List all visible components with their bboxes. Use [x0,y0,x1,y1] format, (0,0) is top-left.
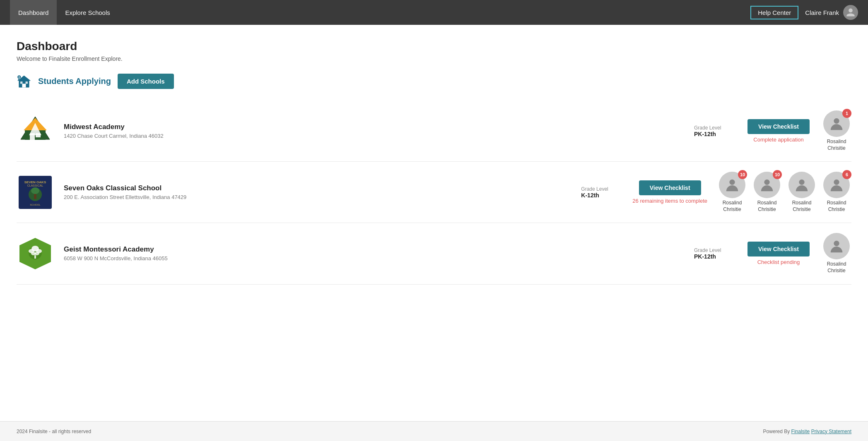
svg-point-23 [729,180,735,185]
svg-rect-21 [34,194,36,199]
school-address: 200 E. Association Street Ellettsville, … [64,194,571,200]
svg-point-20 [31,187,39,194]
page-subtitle: Welcome to Finalsite Enrollment Explore. [17,55,851,62]
school-name: Geist Montessori Academy [64,245,684,254]
nav-explore-schools[interactable]: Explore Schools [57,0,118,25]
school-address: 1420 Chase Court Carmel, Indiana 46032 [64,133,684,139]
student-name: Rosalind Chrisitie [752,200,782,213]
school-address: 6058 W 900 N McCordsville, Indiana 46055 [64,255,684,261]
grade-value: PK-12th [694,253,735,260]
help-center-button[interactable]: Help Center [750,6,798,19]
user-menu[interactable]: Claire Frank [805,5,858,20]
student-name: Rosalind Chrisitie [822,261,851,274]
view-checklist-button[interactable]: View Checklist [639,180,701,195]
student-badge: 1 [842,109,851,118]
school-row: SEVEN OAKS CLASSICAL SCHOOL Seven Oaks C… [17,162,851,223]
grade-label: Grade Level [694,125,735,131]
school-row: Geist Montessori Academy 6058 W 900 N Mc… [17,223,851,284]
section-header: 0 Students Applying Add Schools [17,74,851,89]
privacy-link[interactable]: Privacy Statement [811,429,851,434]
student-avatar [823,233,850,259]
svg-rect-2 [22,84,26,87]
student-avatar: 6 [823,172,850,198]
svg-point-35 [834,241,839,246]
school-logo [17,235,54,272]
school-logo [17,113,54,150]
student-badge: 10 [773,170,782,179]
svg-point-25 [799,180,804,185]
student-name: Rosalind Chrisitie [822,139,851,151]
student-name: Rosalind Chrisitie [787,200,817,213]
grade-value: K-12th [581,192,622,199]
svg-text:SEVEN OAKS: SEVEN OAKS [24,180,46,184]
student-avatar: 10 [754,172,780,198]
checklist-col: View Checklist Checklist pending [745,242,812,265]
students-col: 10 Rosalind Chrisitie 10 Rosalind Chrisi… [717,172,851,213]
view-checklist-button[interactable]: View Checklist [747,242,810,256]
footer-copyright: 2024 Finalsite - all rights reserved [17,429,91,434]
section-icon-group: 0 [17,74,31,89]
svg-point-24 [764,180,769,185]
grade-info: Grade Level K-12th [581,186,622,199]
checklist-status: Complete application [753,137,803,143]
checklist-status: 26 remaining items to complete [632,198,707,204]
student-name: Rosalind Chrisitie [717,200,747,213]
school-list: Midwest Academy 1420 Chase Court Carmel,… [17,101,851,285]
svg-text:CLASSICAL: CLASSICAL [27,184,43,187]
footer: 2024 Finalsite - all rights reserved Pow… [0,421,868,441]
section-title: Students Applying [38,77,111,86]
student-avatar-wrap: 6 Rosalind Christie [822,172,851,213]
student-avatar-wrap: 1 Rosalind Chrisitie [822,110,851,151]
school-name: Seven Oaks Classical School [64,184,571,192]
svg-point-15 [834,118,839,124]
nav-dashboard[interactable]: Dashboard [10,0,57,25]
school-info: Geist Montessori Academy 6058 W 900 N Mc… [64,245,684,261]
svg-rect-3 [20,81,22,84]
view-checklist-button[interactable]: View Checklist [747,119,810,134]
svg-rect-4 [26,81,28,84]
student-avatar-wrap: 10 Rosalind Chrisitie [717,172,747,213]
grade-value: PK-12th [694,131,735,137]
checklist-col: View Checklist 26 remaining items to com… [632,180,707,204]
students-col: Rosalind Chrisitie [822,233,851,274]
checklist-status: Checklist pending [757,259,800,265]
grade-label: Grade Level [694,247,735,253]
svg-rect-34 [34,255,36,259]
svg-text:0: 0 [19,75,20,78]
school-row: Midwest Academy 1420 Chase Court Carmel,… [17,101,851,162]
student-avatar-wrap: Rosalind Chrisitie [822,233,851,274]
school-icon: 0 [17,74,31,89]
student-badge: 10 [738,170,747,179]
student-avatar: 1 [823,110,850,137]
add-schools-button[interactable]: Add Schools [118,74,174,89]
grade-label: Grade Level [581,186,622,192]
finalsite-link[interactable]: Finalsite [791,429,810,434]
grade-info: Grade Level PK-12th [694,247,735,260]
grade-info: Grade Level PK-12th [694,125,735,137]
main-content: Dashboard Welcome to Finalsite Enrollmen… [0,25,868,421]
user-name-label: Claire Frank [805,9,839,16]
school-logo: SEVEN OAKS CLASSICAL SCHOOL [17,174,54,211]
student-avatar-wrap: 10 Rosalind Chrisitie [752,172,782,213]
school-info: Seven Oaks Classical School 200 E. Assoc… [64,184,571,200]
svg-text:SCHOOL: SCHOOL [30,204,41,206]
student-name: Rosalind Christie [822,200,851,213]
school-info: Midwest Academy 1420 Chase Court Carmel,… [64,123,684,139]
student-avatar [788,172,815,198]
student-avatar: 10 [719,172,745,198]
page-title: Dashboard [17,40,851,53]
svg-point-26 [834,180,839,185]
svg-point-33 [34,252,39,255]
footer-powered-by: Powered By Finalsite Privacy Statement [763,429,851,434]
avatar [843,5,858,20]
student-avatar-wrap: Rosalind Chrisitie [787,172,817,213]
student-badge: 6 [842,170,851,179]
students-col: 1 Rosalind Chrisitie [822,110,851,151]
checklist-col: View Checklist Complete application [745,119,812,143]
navbar: Dashboard Explore Schools Help Center Cl… [0,0,868,25]
school-name: Midwest Academy [64,123,684,131]
